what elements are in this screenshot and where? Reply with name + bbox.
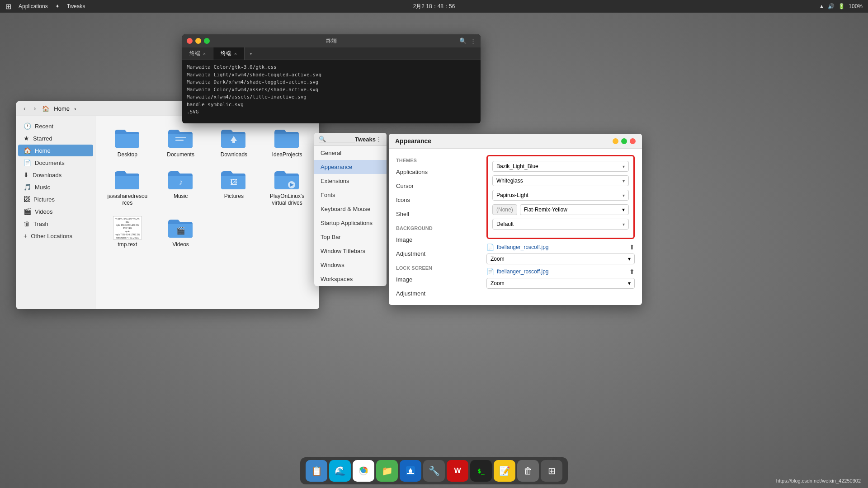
tweaks-nav-topbar[interactable]: Top Bar: [314, 230, 387, 244]
dock-terminal[interactable]: $_: [470, 460, 492, 482]
dock-trash[interactable]: 🗑: [517, 460, 539, 482]
svg-rect-1: [175, 140, 184, 141]
tweaks-nav-extensions[interactable]: Extensions: [314, 174, 387, 188]
icons-theme-chevron: ▾: [623, 193, 625, 198]
tweaks-nav-startup-label: Startup Applications: [321, 220, 373, 226]
dock-chrome[interactable]: [353, 460, 374, 482]
tweaks-menu-icon[interactable]: ⋮: [376, 136, 382, 143]
tweaks-nav-fonts-label: Fonts: [321, 192, 335, 198]
tweaks-nav-keyboard[interactable]: Keyboard & Mouse: [314, 202, 387, 216]
terminal-search-icon[interactable]: 🔍: [459, 38, 467, 44]
terminal-tab1-close[interactable]: ✕: [203, 51, 206, 56]
icons-theme-select[interactable]: Papirus-Light ▾: [492, 190, 629, 201]
terminal-min-btn[interactable]: [195, 38, 201, 44]
app-grid-icon[interactable]: ⊞: [5, 2, 11, 11]
applications-theme-select[interactable]: Bazik_Light_Blue ▾: [492, 161, 629, 172]
bottom-url: https://blog.csdn.net/weixin_42250302: [776, 478, 861, 483]
tweaks-nav-windows[interactable]: Windows: [314, 258, 387, 272]
sidebar-item-other-locations[interactable]: + Other Locations: [18, 230, 93, 242]
file-item-tmp[interactable]: % dev 7.96 3.09 4% 2% dev nple 163.3.09 …: [103, 213, 152, 251]
sidebar-item-trash[interactable]: 🗑 Trash: [18, 218, 93, 230]
sidebar-item-recent[interactable]: 🕐 Recent: [18, 120, 93, 132]
appearance-close-btn[interactable]: [630, 138, 636, 144]
sidebar-label-pictures: Pictures: [33, 196, 55, 203]
terminal-menu-icon[interactable]: ⋮: [470, 38, 476, 44]
sidebar-item-pictures[interactable]: 🖼 Pictures: [18, 193, 93, 205]
sidebar-item-documents[interactable]: 📄 Documents: [18, 157, 93, 169]
tweaks-nav-fonts[interactable]: Fonts: [314, 188, 387, 202]
files-path-arrow: ›: [74, 105, 76, 112]
applications-menu[interactable]: Applications: [19, 3, 48, 9]
appearance-max-btn[interactable]: [621, 138, 627, 144]
shell-theme-select[interactable]: Flat-Remix-Yellow ▾: [520, 204, 629, 215]
bg-file-name[interactable]: fbellanger_roscoff.jpg: [497, 244, 627, 250]
sidebar-item-starred[interactable]: ★ Starred: [18, 132, 93, 144]
tweaks-nav-workspaces[interactable]: Workspaces: [314, 272, 387, 286]
tweaks-nav-general-label: General: [321, 150, 341, 156]
file-item-videos[interactable]: 🎬 Videos: [156, 213, 206, 251]
bg-zoom-select[interactable]: Zoom ▾: [486, 253, 635, 264]
appearance-win-buttons: [613, 138, 636, 144]
appearance-nav-icons[interactable]: Icons: [389, 193, 479, 207]
sidebar-item-downloads[interactable]: ⬇ Downloads: [18, 169, 93, 181]
sidebar-item-videos[interactable]: 🎬 Videos: [18, 206, 93, 217]
appearance-nav-shell[interactable]: Shell: [389, 207, 479, 221]
folder-java-icon: [113, 168, 142, 191]
tweaks-nav-titlebars[interactable]: Window Titlebars: [314, 244, 387, 258]
file-item-music[interactable]: ♪ Music: [156, 165, 206, 210]
tweaks-search-icon[interactable]: 🔍: [319, 136, 326, 142]
dock-browser-alt[interactable]: 🌊: [329, 460, 351, 482]
tweaks-nav-appearance[interactable]: Appearance: [314, 160, 387, 174]
bg-upload-btn[interactable]: ⬆: [629, 244, 635, 251]
bg-zoom-chevron: ▾: [628, 256, 631, 262]
dock-appgrid[interactable]: ⊞: [541, 460, 562, 482]
file-item-pictures[interactable]: 🖼 Pictures: [209, 165, 259, 210]
lock-zoom-value: Zoom: [491, 280, 505, 286]
terminal-tab-2[interactable]: 终端 ✕: [213, 47, 245, 60]
theme-selection-box: Bazik_Light_Blue ▾ Whiteglass ▾ Papirus-…: [486, 155, 635, 239]
tweaks-nav-startup[interactable]: Startup Applications: [314, 216, 387, 230]
lock-file-name[interactable]: fbellanger_roscoff.jpg: [497, 268, 627, 275]
terminal-max-btn[interactable]: [204, 38, 210, 44]
file-item-desktop[interactable]: Desktop: [103, 123, 152, 161]
tweaks-nav-general[interactable]: General: [314, 146, 387, 160]
cursor-theme-select[interactable]: Whiteglass ▾: [492, 175, 629, 186]
dock-download[interactable]: [400, 460, 421, 482]
files-back-btn[interactable]: ‹: [22, 104, 28, 113]
appearance-nav-bg-image[interactable]: Image: [389, 233, 479, 247]
appearance-nav-applications[interactable]: Applications: [389, 165, 479, 179]
file-item-downloads[interactable]: Downloads: [209, 123, 259, 161]
appearance-nav-cursor[interactable]: Cursor: [389, 179, 479, 193]
dock-files[interactable]: 📁: [376, 460, 398, 482]
tweaks-menu[interactable]: Tweaks: [67, 3, 85, 9]
file-item-documents[interactable]: Documents: [156, 123, 206, 161]
sidebar-item-home[interactable]: 🏠 Home: [18, 145, 93, 156]
terminal-tab2-close[interactable]: ✕: [234, 51, 237, 56]
file-label-videos: Videos: [172, 241, 189, 249]
dock-sticky[interactable]: 📝: [494, 460, 515, 482]
tweaks-nav-appearance-label: Appearance: [321, 164, 352, 170]
appearance-nav-bg-adjustment[interactable]: Adjustment: [389, 247, 479, 261]
lock-zoom-select[interactable]: Zoom ▾: [486, 278, 635, 289]
terminal-tab-1[interactable]: 终端 ✕: [182, 47, 213, 60]
files-forward-btn[interactable]: ›: [32, 104, 38, 113]
downloads-icon: ⬇: [24, 171, 29, 178]
lock-upload-btn[interactable]: ⬆: [629, 268, 635, 275]
terminal-add-tab[interactable]: ▾: [245, 48, 257, 59]
volume-icon: 🔊: [828, 3, 835, 9]
appearance-min-btn[interactable]: [613, 138, 618, 144]
dock-notes[interactable]: 📋: [306, 460, 327, 482]
file-item-java[interactable]: javasharedresources: [103, 165, 152, 210]
dock-tools[interactable]: 🔧: [423, 460, 445, 482]
appearance-nav-lock-adjustment[interactable]: Adjustment: [389, 286, 479, 300]
terminal-close-btn[interactable]: [187, 38, 193, 44]
file-item-ideaprojects[interactable]: IdeaProjects: [262, 123, 312, 161]
music-icon: 🎵: [24, 183, 31, 191]
sidebar-item-music[interactable]: 🎵 Music: [18, 181, 93, 193]
dock-wps[interactable]: W: [447, 460, 468, 482]
appearance-nav-lock-image[interactable]: Image: [389, 272, 479, 286]
file-label-playonlinux: PlayOnLinux's virtual drives: [267, 193, 307, 207]
legacy-theme-select[interactable]: Default ▾: [492, 219, 629, 230]
sidebar-label-home: Home: [35, 147, 51, 154]
file-item-playonlinux[interactable]: PlayOnLinux's virtual drives: [262, 165, 312, 210]
